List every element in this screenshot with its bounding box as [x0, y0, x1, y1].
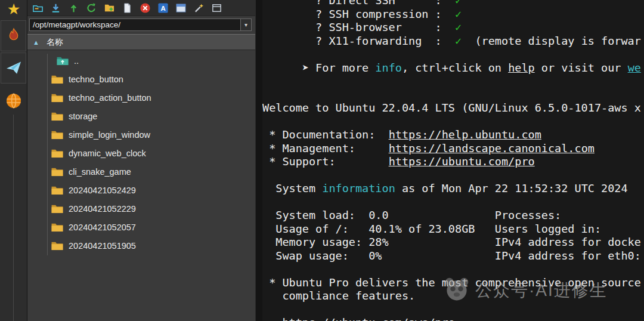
refresh-button[interactable]: [85, 2, 98, 14]
terminal-line: * Management: https://landscape.canonica…: [262, 142, 644, 156]
file-row[interactable]: ..: [27, 51, 255, 70]
file-row[interactable]: techno_action_button: [27, 88, 255, 107]
folder-icon: [51, 129, 64, 140]
wand-icon: [193, 2, 205, 14]
globe-icon: [5, 92, 23, 110]
sftp-toolbar: A: [27, 0, 255, 16]
globe-icon-button[interactable]: [1, 88, 26, 113]
new-folder-icon: [104, 2, 115, 14]
file-name: 20240421052429: [69, 186, 136, 195]
delete-button[interactable]: [139, 2, 151, 14]
terminal-line: ? X11-forwarding : ✓ (remote display is …: [262, 35, 644, 48]
terminal-output: ? Direct SSH : ✓ ? SSH compression : ✓ ?…: [262, 0, 644, 321]
file-row[interactable]: simple_login_window: [27, 125, 255, 144]
mobaxterm-window: ★ A /opt/metagpt/workspace/ ▾ ▲ 名称 ..tec…: [0, 0, 644, 321]
file-list: ..techno_buttontechno_action_buttonstora…: [27, 50, 255, 255]
path-row: /opt/metagpt/workspace/ ▾: [27, 16, 255, 33]
file-row[interactable]: techno_button: [27, 70, 255, 88]
terminal-line: * Documentation: https://help.ubuntu.com: [262, 128, 644, 142]
terminal-line: [262, 263, 644, 276]
folder-icon: [51, 111, 64, 121]
folder-icon: [51, 203, 64, 214]
file-name: ..: [74, 56, 79, 66]
terminal-line: https://ubuntu.com/aws/pro: [262, 316, 644, 321]
file-name: 20240421051905: [69, 241, 136, 251]
console-icon: [175, 2, 187, 14]
new-file-button[interactable]: [121, 2, 134, 14]
terminal-line: ➤ For more info, ctrl+click on help or v…: [262, 61, 644, 75]
column-header-label: 名称: [47, 37, 63, 48]
terminal-line: ? SSH-browser : ✓: [262, 21, 644, 35]
open-folder-button[interactable]: [32, 2, 44, 14]
path-input[interactable]: /opt/metagpt/workspace/ ▾: [29, 18, 252, 31]
console-button[interactable]: [175, 2, 187, 14]
terminal-line: [262, 88, 644, 102]
flame-icon-button[interactable]: [1, 20, 26, 51]
left-rail: ★: [0, 0, 27, 321]
refresh-icon: [86, 2, 97, 14]
upload-button[interactable]: [67, 2, 80, 14]
star-icon-button[interactable]: ★: [1, 1, 26, 18]
file-row[interactable]: dynamic_web_clock: [27, 144, 255, 162]
panel-splitter[interactable]: [255, 0, 262, 321]
wand-button[interactable]: [193, 2, 205, 14]
rename-button[interactable]: A: [157, 2, 169, 14]
delete-icon: [140, 2, 151, 14]
terminal-line: [262, 48, 644, 61]
terminal-line: [262, 303, 644, 317]
file-row[interactable]: storage: [27, 107, 255, 125]
chevron-down-icon[interactable]: ▾: [240, 19, 251, 30]
plane-icon-button[interactable]: [1, 53, 26, 84]
file-row[interactable]: 20240421052429: [27, 181, 255, 199]
folder-icon: [51, 148, 64, 158]
terminal-line: [262, 115, 644, 129]
parent-folder-icon: [56, 55, 69, 66]
file-name: techno_action_button: [69, 93, 151, 103]
star-icon: ★: [5, 1, 22, 18]
file-row[interactable]: cli_snake_game: [27, 162, 255, 181]
new-file-icon: [122, 2, 133, 14]
window-button[interactable]: [210, 2, 223, 14]
terminal[interactable]: ? Direct SSH : ✓ ? SSH compression : ✓ ?…: [262, 0, 644, 321]
new-folder-button[interactable]: [103, 2, 116, 14]
file-name: simple_login_window: [69, 130, 150, 140]
folder-icon: [51, 185, 64, 195]
terminal-line: ? SSH compression : ✓: [262, 8, 644, 21]
file-name: cli_snake_game: [69, 167, 131, 177]
terminal-line: Swap usage: 0% IPv4 address for eth0:: [262, 249, 644, 263]
folder-icon: [51, 166, 64, 177]
folder-icon: [51, 222, 64, 232]
download-icon: [50, 2, 61, 14]
folder-icon: [51, 240, 64, 251]
flame-icon: [5, 27, 23, 45]
column-header-name[interactable]: ▲ 名称: [27, 34, 255, 50]
folder-icon: [51, 92, 64, 103]
sort-ascending-icon: ▲: [33, 39, 39, 46]
terminal-line: Welcome to Ubuntu 22.04.4 LTS (GNU/Linux…: [262, 101, 644, 115]
upload-icon: [68, 2, 79, 14]
sftp-panel: A /opt/metagpt/workspace/ ▾ ▲ 名称 ..techn…: [27, 0, 255, 321]
file-name: techno_button: [69, 75, 123, 84]
svg-text:★: ★: [7, 1, 20, 17]
plane-icon: [5, 59, 23, 77]
terminal-line: Memory usage: 28% IPv4 address for docke: [262, 236, 644, 249]
terminal-line: * Support: https://ubuntu.com/pro: [262, 155, 644, 169]
terminal-line: System load: 0.0 Processes:: [262, 209, 644, 223]
terminal-line: [262, 196, 644, 209]
folder-icon: [51, 74, 64, 84]
terminal-line: * Ubuntu Pro delivers the most comprehen…: [262, 276, 644, 290]
path-text: /opt/metagpt/workspace/: [30, 20, 240, 29]
file-row[interactable]: 20240421051905: [27, 236, 255, 255]
file-name: 20240421052229: [69, 204, 136, 214]
terminal-line: System information as of Mon Apr 22 11:5…: [262, 182, 644, 196]
rail-divider-line: [13, 115, 14, 321]
file-row[interactable]: 20240421052057: [27, 218, 255, 236]
download-button[interactable]: [49, 2, 62, 14]
file-row[interactable]: 20240421052229: [27, 199, 255, 218]
window-icon: [211, 2, 222, 14]
rename-icon: A: [157, 2, 169, 14]
file-name: storage: [69, 112, 97, 121]
file-name: dynamic_web_clock: [69, 149, 146, 158]
open-folder-icon: [32, 2, 44, 14]
terminal-line: Usage of /: 40.1% of 23.08GB Users logge…: [262, 223, 644, 236]
